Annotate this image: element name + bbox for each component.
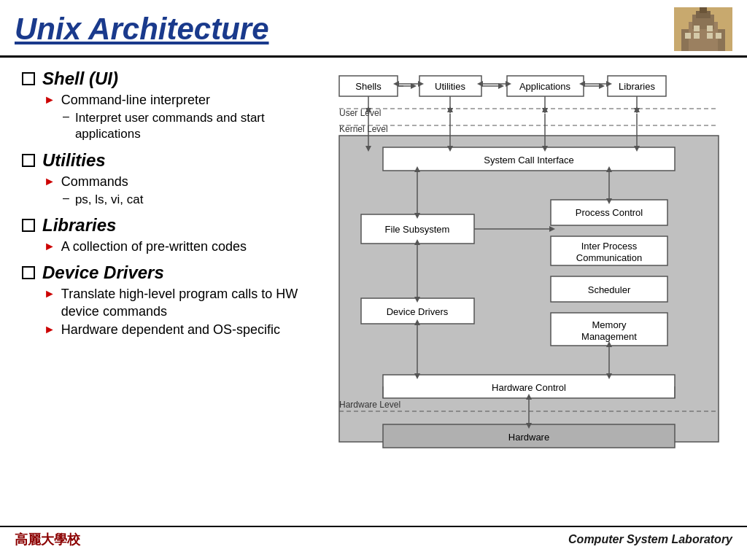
- checkbox-libraries: [22, 219, 35, 232]
- list-item: ► Hardware dependent and OS-specific: [44, 322, 299, 338]
- main-content: Shell (UI) ► Command-line interpreter – …: [0, 58, 747, 526]
- svg-text:Scheduler: Scheduler: [587, 284, 630, 295]
- svg-text:Memory: Memory: [592, 319, 626, 330]
- svg-text:Utilities: Utilities: [435, 81, 465, 92]
- section-utilities: Utilities ► Commands – ps, ls, vi, cat: [22, 150, 299, 208]
- dash-icon: –: [63, 110, 69, 123]
- checkbox-device-drivers: [22, 266, 35, 279]
- svg-rect-7: [694, 33, 700, 39]
- arrow-icon: ►: [44, 93, 55, 106]
- dash-icon: –: [63, 192, 69, 205]
- footer-university: 高麗大學校: [15, 531, 80, 548]
- svg-text:Applications: Applications: [519, 81, 570, 92]
- sub-item-text: Command-line interpreter: [61, 92, 210, 109]
- svg-text:Libraries: Libraries: [619, 81, 655, 92]
- list-item: ► Commands: [44, 174, 299, 190]
- section-device-drivers: Device Drivers ► Translate high-level pr…: [22, 262, 299, 338]
- section-title-shell: Shell (UI): [42, 69, 118, 89]
- section-title-utilities: Utilities: [42, 150, 106, 171]
- architecture-diagram: Shells Utilities Applications: [325, 69, 733, 502]
- list-item: – ps, ls, vi, cat: [63, 192, 299, 208]
- svg-text:Hardware Control: Hardware Control: [492, 382, 566, 393]
- arrow-icon: ►: [44, 323, 55, 336]
- svg-text:File Subsystem: File Subsystem: [384, 224, 449, 235]
- page-title: Unix Architecture: [15, 12, 269, 47]
- sub-item-text: A collection of pre-written codes: [61, 238, 247, 255]
- section-shell: Shell (UI) ► Command-line interpreter – …: [22, 69, 299, 143]
- diagram-svg: Shells Utilities Applications: [325, 69, 733, 499]
- footer: 高麗大學校 Computer System Laboratory: [0, 526, 747, 552]
- sub-item-text: Hardware dependent and OS-specific: [61, 322, 280, 338]
- sub-sub-item-text: Interpret user commands and start applic…: [75, 110, 299, 142]
- svg-text:Communication: Communication: [576, 252, 641, 263]
- sub-item-text: Commands: [61, 174, 128, 190]
- svg-text:Shells: Shells: [355, 81, 382, 92]
- arrow-icon: ►: [44, 240, 55, 253]
- svg-rect-8: [707, 33, 713, 39]
- svg-text:Process Control: Process Control: [575, 207, 643, 218]
- list-item: ► A collection of pre-written codes: [44, 238, 299, 255]
- list-item: ► Command-line interpreter: [44, 92, 299, 109]
- header: Unix Architecture: [0, 0, 747, 58]
- svg-text:Hardware: Hardware: [508, 432, 549, 443]
- left-panel: Shell (UI) ► Command-line interpreter – …: [0, 65, 314, 526]
- svg-rect-5: [700, 7, 707, 13]
- sub-item-text: Translate high-level program calls to HW…: [61, 286, 299, 320]
- section-title-libraries: Libraries: [42, 215, 116, 236]
- svg-text:Device Drivers: Device Drivers: [386, 306, 448, 317]
- right-panel: Shells Utilities Applications: [314, 65, 747, 526]
- checkbox-utilities: [22, 154, 35, 167]
- footer-lab: Computer System Laboratory: [568, 533, 732, 546]
- checkbox-shell: [22, 72, 35, 85]
- section-libraries: Libraries ► A collection of pre-written …: [22, 215, 299, 255]
- arrow-icon: ►: [44, 287, 55, 300]
- arrow-icon: ►: [44, 175, 55, 188]
- sub-sub-item-text: ps, ls, vi, cat: [75, 192, 144, 208]
- list-item: – Interpret user commands and start appl…: [63, 110, 299, 142]
- section-title-device-drivers: Device Drivers: [42, 262, 164, 283]
- svg-rect-11: [707, 26, 713, 31]
- svg-text:Management: Management: [581, 331, 637, 342]
- list-item: ► Translate high-level program calls to …: [44, 286, 299, 320]
- svg-rect-6: [685, 33, 691, 39]
- svg-text:System Call Interface: System Call Interface: [484, 155, 574, 166]
- svg-text:Inter Process: Inter Process: [581, 241, 637, 252]
- university-logo: [674, 7, 732, 51]
- svg-rect-10: [694, 26, 700, 31]
- svg-rect-9: [716, 33, 721, 39]
- svg-text:User Level: User Level: [339, 108, 381, 118]
- svg-text:Hardware Level: Hardware Level: [339, 400, 400, 410]
